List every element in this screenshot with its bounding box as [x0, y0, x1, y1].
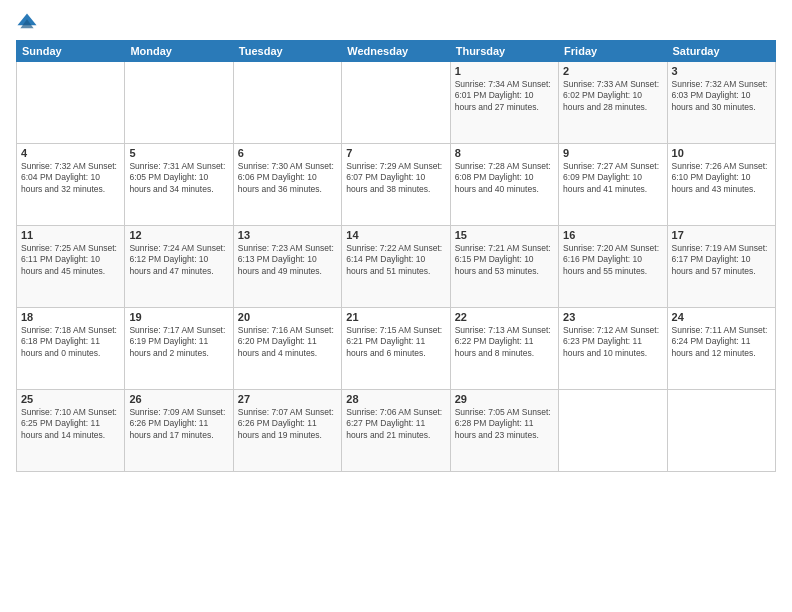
day-number: 29 — [455, 393, 554, 405]
calendar: SundayMondayTuesdayWednesdayThursdayFrid… — [16, 40, 776, 472]
day-info: Sunrise: 7:27 AM Sunset: 6:09 PM Dayligh… — [563, 161, 662, 195]
weekday-header: Thursday — [450, 41, 558, 62]
calendar-cell: 29Sunrise: 7:05 AM Sunset: 6:28 PM Dayli… — [450, 390, 558, 472]
day-number: 21 — [346, 311, 445, 323]
day-number: 9 — [563, 147, 662, 159]
calendar-cell: 9Sunrise: 7:27 AM Sunset: 6:09 PM Daylig… — [559, 144, 667, 226]
day-number: 26 — [129, 393, 228, 405]
day-info: Sunrise: 7:28 AM Sunset: 6:08 PM Dayligh… — [455, 161, 554, 195]
day-info: Sunrise: 7:06 AM Sunset: 6:27 PM Dayligh… — [346, 407, 445, 441]
day-info: Sunrise: 7:24 AM Sunset: 6:12 PM Dayligh… — [129, 243, 228, 277]
day-info: Sunrise: 7:16 AM Sunset: 6:20 PM Dayligh… — [238, 325, 337, 359]
day-info: Sunrise: 7:32 AM Sunset: 6:04 PM Dayligh… — [21, 161, 120, 195]
day-info: Sunrise: 7:11 AM Sunset: 6:24 PM Dayligh… — [672, 325, 771, 359]
calendar-header: SundayMondayTuesdayWednesdayThursdayFrid… — [17, 41, 776, 62]
calendar-cell — [125, 62, 233, 144]
calendar-cell: 17Sunrise: 7:19 AM Sunset: 6:17 PM Dayli… — [667, 226, 775, 308]
calendar-cell: 23Sunrise: 7:12 AM Sunset: 6:23 PM Dayli… — [559, 308, 667, 390]
day-info: Sunrise: 7:32 AM Sunset: 6:03 PM Dayligh… — [672, 79, 771, 113]
calendar-cell: 14Sunrise: 7:22 AM Sunset: 6:14 PM Dayli… — [342, 226, 450, 308]
day-number: 16 — [563, 229, 662, 241]
calendar-cell — [17, 62, 125, 144]
weekday-header: Tuesday — [233, 41, 341, 62]
day-number: 23 — [563, 311, 662, 323]
day-number: 1 — [455, 65, 554, 77]
day-number: 27 — [238, 393, 337, 405]
calendar-cell: 19Sunrise: 7:17 AM Sunset: 6:19 PM Dayli… — [125, 308, 233, 390]
day-number: 6 — [238, 147, 337, 159]
calendar-cell — [233, 62, 341, 144]
day-info: Sunrise: 7:20 AM Sunset: 6:16 PM Dayligh… — [563, 243, 662, 277]
calendar-week-row: 18Sunrise: 7:18 AM Sunset: 6:18 PM Dayli… — [17, 308, 776, 390]
calendar-cell: 3Sunrise: 7:32 AM Sunset: 6:03 PM Daylig… — [667, 62, 775, 144]
calendar-cell: 13Sunrise: 7:23 AM Sunset: 6:13 PM Dayli… — [233, 226, 341, 308]
calendar-cell: 2Sunrise: 7:33 AM Sunset: 6:02 PM Daylig… — [559, 62, 667, 144]
calendar-cell: 16Sunrise: 7:20 AM Sunset: 6:16 PM Dayli… — [559, 226, 667, 308]
day-number: 18 — [21, 311, 120, 323]
day-info: Sunrise: 7:13 AM Sunset: 6:22 PM Dayligh… — [455, 325, 554, 359]
day-info: Sunrise: 7:33 AM Sunset: 6:02 PM Dayligh… — [563, 79, 662, 113]
calendar-cell: 21Sunrise: 7:15 AM Sunset: 6:21 PM Dayli… — [342, 308, 450, 390]
day-number: 2 — [563, 65, 662, 77]
day-number: 19 — [129, 311, 228, 323]
day-number: 25 — [21, 393, 120, 405]
day-number: 14 — [346, 229, 445, 241]
page: SundayMondayTuesdayWednesdayThursdayFrid… — [0, 0, 792, 612]
weekday-header: Saturday — [667, 41, 775, 62]
calendar-week-row: 11Sunrise: 7:25 AM Sunset: 6:11 PM Dayli… — [17, 226, 776, 308]
logo-icon — [16, 12, 38, 34]
day-info: Sunrise: 7:22 AM Sunset: 6:14 PM Dayligh… — [346, 243, 445, 277]
calendar-cell — [559, 390, 667, 472]
day-info: Sunrise: 7:12 AM Sunset: 6:23 PM Dayligh… — [563, 325, 662, 359]
day-info: Sunrise: 7:15 AM Sunset: 6:21 PM Dayligh… — [346, 325, 445, 359]
calendar-cell: 18Sunrise: 7:18 AM Sunset: 6:18 PM Dayli… — [17, 308, 125, 390]
day-number: 20 — [238, 311, 337, 323]
day-info: Sunrise: 7:18 AM Sunset: 6:18 PM Dayligh… — [21, 325, 120, 359]
day-number: 4 — [21, 147, 120, 159]
day-info: Sunrise: 7:23 AM Sunset: 6:13 PM Dayligh… — [238, 243, 337, 277]
calendar-cell: 15Sunrise: 7:21 AM Sunset: 6:15 PM Dayli… — [450, 226, 558, 308]
calendar-cell: 8Sunrise: 7:28 AM Sunset: 6:08 PM Daylig… — [450, 144, 558, 226]
calendar-cell: 10Sunrise: 7:26 AM Sunset: 6:10 PM Dayli… — [667, 144, 775, 226]
weekday-header: Friday — [559, 41, 667, 62]
day-info: Sunrise: 7:30 AM Sunset: 6:06 PM Dayligh… — [238, 161, 337, 195]
calendar-week-row: 4Sunrise: 7:32 AM Sunset: 6:04 PM Daylig… — [17, 144, 776, 226]
day-number: 13 — [238, 229, 337, 241]
day-info: Sunrise: 7:34 AM Sunset: 6:01 PM Dayligh… — [455, 79, 554, 113]
calendar-week-row: 1Sunrise: 7:34 AM Sunset: 6:01 PM Daylig… — [17, 62, 776, 144]
calendar-cell: 4Sunrise: 7:32 AM Sunset: 6:04 PM Daylig… — [17, 144, 125, 226]
weekday-header: Sunday — [17, 41, 125, 62]
calendar-cell: 24Sunrise: 7:11 AM Sunset: 6:24 PM Dayli… — [667, 308, 775, 390]
day-number: 28 — [346, 393, 445, 405]
day-info: Sunrise: 7:07 AM Sunset: 6:26 PM Dayligh… — [238, 407, 337, 441]
day-number: 11 — [21, 229, 120, 241]
day-info: Sunrise: 7:10 AM Sunset: 6:25 PM Dayligh… — [21, 407, 120, 441]
day-info: Sunrise: 7:25 AM Sunset: 6:11 PM Dayligh… — [21, 243, 120, 277]
weekday-header: Wednesday — [342, 41, 450, 62]
header — [16, 12, 776, 34]
calendar-body: 1Sunrise: 7:34 AM Sunset: 6:01 PM Daylig… — [17, 62, 776, 472]
logo — [16, 12, 42, 34]
calendar-cell — [667, 390, 775, 472]
day-number: 7 — [346, 147, 445, 159]
day-info: Sunrise: 7:17 AM Sunset: 6:19 PM Dayligh… — [129, 325, 228, 359]
calendar-cell: 22Sunrise: 7:13 AM Sunset: 6:22 PM Dayli… — [450, 308, 558, 390]
day-info: Sunrise: 7:21 AM Sunset: 6:15 PM Dayligh… — [455, 243, 554, 277]
calendar-week-row: 25Sunrise: 7:10 AM Sunset: 6:25 PM Dayli… — [17, 390, 776, 472]
day-number: 8 — [455, 147, 554, 159]
calendar-cell: 6Sunrise: 7:30 AM Sunset: 6:06 PM Daylig… — [233, 144, 341, 226]
day-info: Sunrise: 7:19 AM Sunset: 6:17 PM Dayligh… — [672, 243, 771, 277]
day-number: 17 — [672, 229, 771, 241]
day-number: 24 — [672, 311, 771, 323]
day-info: Sunrise: 7:29 AM Sunset: 6:07 PM Dayligh… — [346, 161, 445, 195]
day-info: Sunrise: 7:31 AM Sunset: 6:05 PM Dayligh… — [129, 161, 228, 195]
calendar-cell — [342, 62, 450, 144]
calendar-cell: 1Sunrise: 7:34 AM Sunset: 6:01 PM Daylig… — [450, 62, 558, 144]
day-number: 5 — [129, 147, 228, 159]
weekday-header: Monday — [125, 41, 233, 62]
calendar-cell: 26Sunrise: 7:09 AM Sunset: 6:26 PM Dayli… — [125, 390, 233, 472]
day-number: 22 — [455, 311, 554, 323]
weekday-row: SundayMondayTuesdayWednesdayThursdayFrid… — [17, 41, 776, 62]
day-number: 3 — [672, 65, 771, 77]
calendar-cell: 11Sunrise: 7:25 AM Sunset: 6:11 PM Dayli… — [17, 226, 125, 308]
